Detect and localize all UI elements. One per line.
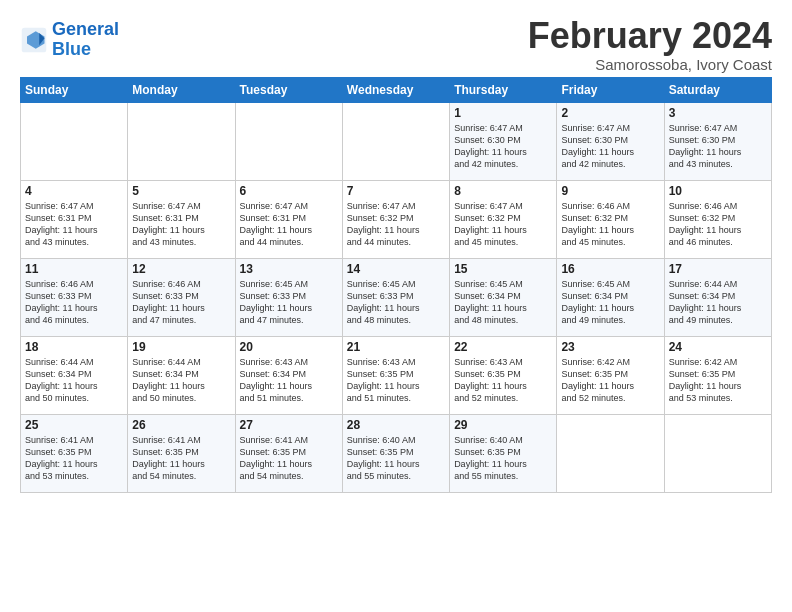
cell-details: Sunrise: 6:47 AM Sunset: 6:31 PM Dayligh…	[25, 200, 123, 249]
location-title: Samorossoba, Ivory Coast	[528, 56, 772, 73]
calendar-cell: 29Sunrise: 6:40 AM Sunset: 6:35 PM Dayli…	[450, 414, 557, 492]
month-title: February 2024	[528, 16, 772, 56]
calendar-cell: 7Sunrise: 6:47 AM Sunset: 6:32 PM Daylig…	[342, 180, 449, 258]
calendar-cell: 27Sunrise: 6:41 AM Sunset: 6:35 PM Dayli…	[235, 414, 342, 492]
logo-line2: Blue	[52, 39, 91, 59]
day-number: 1	[454, 106, 552, 120]
day-number: 13	[240, 262, 338, 276]
day-number: 14	[347, 262, 445, 276]
day-number: 9	[561, 184, 659, 198]
day-number: 21	[347, 340, 445, 354]
calendar-cell: 6Sunrise: 6:47 AM Sunset: 6:31 PM Daylig…	[235, 180, 342, 258]
header-row: General Blue February 2024 Samorossoba, …	[20, 16, 772, 73]
day-number: 3	[669, 106, 767, 120]
calendar-cell: 10Sunrise: 6:46 AM Sunset: 6:32 PM Dayli…	[664, 180, 771, 258]
calendar-cell: 12Sunrise: 6:46 AM Sunset: 6:33 PM Dayli…	[128, 258, 235, 336]
cell-details: Sunrise: 6:41 AM Sunset: 6:35 PM Dayligh…	[25, 434, 123, 483]
cell-details: Sunrise: 6:47 AM Sunset: 6:30 PM Dayligh…	[669, 122, 767, 171]
cell-details: Sunrise: 6:44 AM Sunset: 6:34 PM Dayligh…	[25, 356, 123, 405]
calendar-cell: 14Sunrise: 6:45 AM Sunset: 6:33 PM Dayli…	[342, 258, 449, 336]
cell-details: Sunrise: 6:47 AM Sunset: 6:31 PM Dayligh…	[240, 200, 338, 249]
week-row-2: 4Sunrise: 6:47 AM Sunset: 6:31 PM Daylig…	[21, 180, 772, 258]
cell-details: Sunrise: 6:42 AM Sunset: 6:35 PM Dayligh…	[561, 356, 659, 405]
day-number: 19	[132, 340, 230, 354]
day-number: 15	[454, 262, 552, 276]
calendar-cell: 2Sunrise: 6:47 AM Sunset: 6:30 PM Daylig…	[557, 102, 664, 180]
day-number: 23	[561, 340, 659, 354]
cell-details: Sunrise: 6:47 AM Sunset: 6:32 PM Dayligh…	[347, 200, 445, 249]
header-row-days: Sunday Monday Tuesday Wednesday Thursday…	[21, 77, 772, 102]
calendar-cell: 16Sunrise: 6:45 AM Sunset: 6:34 PM Dayli…	[557, 258, 664, 336]
logo: General Blue	[20, 20, 119, 60]
cell-details: Sunrise: 6:47 AM Sunset: 6:32 PM Dayligh…	[454, 200, 552, 249]
calendar-cell: 24Sunrise: 6:42 AM Sunset: 6:35 PM Dayli…	[664, 336, 771, 414]
calendar-table: Sunday Monday Tuesday Wednesday Thursday…	[20, 77, 772, 493]
day-number: 24	[669, 340, 767, 354]
day-number: 2	[561, 106, 659, 120]
day-number: 22	[454, 340, 552, 354]
day-number: 5	[132, 184, 230, 198]
cell-details: Sunrise: 6:46 AM Sunset: 6:33 PM Dayligh…	[25, 278, 123, 327]
day-number: 28	[347, 418, 445, 432]
calendar-cell: 17Sunrise: 6:44 AM Sunset: 6:34 PM Dayli…	[664, 258, 771, 336]
calendar-cell: 5Sunrise: 6:47 AM Sunset: 6:31 PM Daylig…	[128, 180, 235, 258]
page: General Blue February 2024 Samorossoba, …	[0, 0, 792, 503]
cell-details: Sunrise: 6:43 AM Sunset: 6:35 PM Dayligh…	[347, 356, 445, 405]
col-friday: Friday	[557, 77, 664, 102]
calendar-cell: 26Sunrise: 6:41 AM Sunset: 6:35 PM Dayli…	[128, 414, 235, 492]
calendar-cell	[557, 414, 664, 492]
cell-details: Sunrise: 6:41 AM Sunset: 6:35 PM Dayligh…	[240, 434, 338, 483]
cell-details: Sunrise: 6:40 AM Sunset: 6:35 PM Dayligh…	[347, 434, 445, 483]
cell-details: Sunrise: 6:46 AM Sunset: 6:33 PM Dayligh…	[132, 278, 230, 327]
calendar-cell: 1Sunrise: 6:47 AM Sunset: 6:30 PM Daylig…	[450, 102, 557, 180]
cell-details: Sunrise: 6:45 AM Sunset: 6:33 PM Dayligh…	[347, 278, 445, 327]
week-row-3: 11Sunrise: 6:46 AM Sunset: 6:33 PM Dayli…	[21, 258, 772, 336]
cell-details: Sunrise: 6:43 AM Sunset: 6:35 PM Dayligh…	[454, 356, 552, 405]
title-block: February 2024 Samorossoba, Ivory Coast	[528, 16, 772, 73]
cell-details: Sunrise: 6:47 AM Sunset: 6:30 PM Dayligh…	[454, 122, 552, 171]
calendar-cell: 19Sunrise: 6:44 AM Sunset: 6:34 PM Dayli…	[128, 336, 235, 414]
col-thursday: Thursday	[450, 77, 557, 102]
col-sunday: Sunday	[21, 77, 128, 102]
calendar-cell: 28Sunrise: 6:40 AM Sunset: 6:35 PM Dayli…	[342, 414, 449, 492]
calendar-cell: 8Sunrise: 6:47 AM Sunset: 6:32 PM Daylig…	[450, 180, 557, 258]
cell-details: Sunrise: 6:43 AM Sunset: 6:34 PM Dayligh…	[240, 356, 338, 405]
cell-details: Sunrise: 6:46 AM Sunset: 6:32 PM Dayligh…	[561, 200, 659, 249]
logo-icon	[20, 26, 48, 54]
col-saturday: Saturday	[664, 77, 771, 102]
day-number: 16	[561, 262, 659, 276]
calendar-cell	[664, 414, 771, 492]
calendar-cell: 25Sunrise: 6:41 AM Sunset: 6:35 PM Dayli…	[21, 414, 128, 492]
cell-details: Sunrise: 6:42 AM Sunset: 6:35 PM Dayligh…	[669, 356, 767, 405]
calendar-cell: 9Sunrise: 6:46 AM Sunset: 6:32 PM Daylig…	[557, 180, 664, 258]
calendar-cell: 3Sunrise: 6:47 AM Sunset: 6:30 PM Daylig…	[664, 102, 771, 180]
calendar-cell: 20Sunrise: 6:43 AM Sunset: 6:34 PM Dayli…	[235, 336, 342, 414]
col-monday: Monday	[128, 77, 235, 102]
week-row-1: 1Sunrise: 6:47 AM Sunset: 6:30 PM Daylig…	[21, 102, 772, 180]
week-row-4: 18Sunrise: 6:44 AM Sunset: 6:34 PM Dayli…	[21, 336, 772, 414]
cell-details: Sunrise: 6:40 AM Sunset: 6:35 PM Dayligh…	[454, 434, 552, 483]
cell-details: Sunrise: 6:47 AM Sunset: 6:30 PM Dayligh…	[561, 122, 659, 171]
cell-details: Sunrise: 6:45 AM Sunset: 6:34 PM Dayligh…	[561, 278, 659, 327]
calendar-cell: 21Sunrise: 6:43 AM Sunset: 6:35 PM Dayli…	[342, 336, 449, 414]
day-number: 20	[240, 340, 338, 354]
col-tuesday: Tuesday	[235, 77, 342, 102]
calendar-cell: 11Sunrise: 6:46 AM Sunset: 6:33 PM Dayli…	[21, 258, 128, 336]
day-number: 7	[347, 184, 445, 198]
day-number: 18	[25, 340, 123, 354]
day-number: 11	[25, 262, 123, 276]
day-number: 12	[132, 262, 230, 276]
calendar-cell: 23Sunrise: 6:42 AM Sunset: 6:35 PM Dayli…	[557, 336, 664, 414]
day-number: 4	[25, 184, 123, 198]
cell-details: Sunrise: 6:45 AM Sunset: 6:34 PM Dayligh…	[454, 278, 552, 327]
cell-details: Sunrise: 6:46 AM Sunset: 6:32 PM Dayligh…	[669, 200, 767, 249]
calendar-cell	[128, 102, 235, 180]
calendar-cell: 13Sunrise: 6:45 AM Sunset: 6:33 PM Dayli…	[235, 258, 342, 336]
day-number: 10	[669, 184, 767, 198]
cell-details: Sunrise: 6:44 AM Sunset: 6:34 PM Dayligh…	[132, 356, 230, 405]
calendar-cell: 22Sunrise: 6:43 AM Sunset: 6:35 PM Dayli…	[450, 336, 557, 414]
cell-details: Sunrise: 6:47 AM Sunset: 6:31 PM Dayligh…	[132, 200, 230, 249]
calendar-cell	[235, 102, 342, 180]
calendar-cell: 18Sunrise: 6:44 AM Sunset: 6:34 PM Dayli…	[21, 336, 128, 414]
logo-text: General Blue	[52, 20, 119, 60]
